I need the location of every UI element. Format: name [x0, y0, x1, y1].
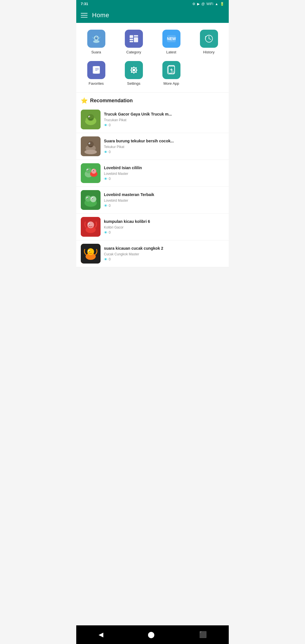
svg-rect-11	[134, 37, 138, 42]
menu-item-settings[interactable]: Settings	[116, 59, 151, 88]
svg-rect-7	[130, 35, 133, 38]
svg-point-41	[89, 117, 90, 118]
list-item[interactable]: kumpulan kicau kolibri 6 Kolibri Gacor 👁…	[76, 214, 229, 240]
svg-point-46	[90, 143, 90, 144]
item-thumbnail	[81, 163, 101, 183]
svg-rect-26	[133, 67, 134, 68]
svg-point-69	[89, 224, 90, 225]
item-stats: 👁 0	[104, 150, 224, 154]
suara-icon	[87, 30, 105, 48]
item-views: 0	[109, 177, 111, 181]
app-bar-title: Home	[92, 12, 109, 19]
item-title: Suara burung tekukur bersih cocok...	[104, 138, 224, 143]
item-title: Lovebird Isian cililin	[104, 165, 224, 170]
svg-rect-9	[130, 41, 133, 42]
menu-item-latest[interactable]: NEW Latest	[154, 27, 189, 56]
item-views: 0	[109, 257, 111, 261]
category-icon	[125, 30, 143, 48]
item-title: Lovebird masteran Terbaik	[104, 192, 224, 197]
svg-point-6	[97, 37, 98, 38]
eye-icon: 👁	[104, 150, 108, 154]
svg-point-24	[132, 69, 135, 71]
item-stats: 👁 0	[104, 257, 224, 262]
menu-item-history[interactable]: History	[191, 27, 226, 56]
menu-item-moreapp[interactable]: More App	[154, 59, 189, 88]
latest-icon: NEW	[162, 30, 180, 48]
svg-point-60	[90, 196, 96, 202]
svg-point-62	[87, 198, 88, 199]
svg-rect-8	[130, 39, 133, 40]
list-item[interactable]: Trucuk Gacor Gaya Unik Trucuk m... Trucu…	[76, 106, 229, 133]
svg-point-52	[88, 170, 88, 171]
recent-button[interactable]: ⬛	[193, 629, 212, 641]
item-thumbnail	[81, 217, 101, 237]
eye-icon: 👁	[104, 257, 108, 262]
svg-point-39	[87, 114, 94, 121]
list-item[interactable]: Suara burung tekukur bersih cocok... Tek…	[76, 133, 229, 160]
item-views: 0	[109, 150, 111, 154]
item-subtitle: Lovebird Master	[104, 199, 224, 203]
svg-line-16	[209, 39, 211, 40]
status-icons: ⚙ ▶ @ WiFi ▲ 🔋	[192, 2, 224, 6]
app-bar: Home	[76, 8, 229, 23]
bottom-navigation: ◀ ⬤ ⬛	[76, 625, 229, 644]
item-subtitle: Tekukur Pikat	[104, 145, 224, 149]
item-info: Lovebird masteran Terbaik Lovebird Maste…	[104, 192, 224, 208]
recommendation-title: Recommendation	[90, 98, 133, 104]
menu-grid-row2: Favorites Settings	[76, 59, 229, 92]
moreapp-label: More App	[164, 81, 179, 86]
menu-item-suara[interactable]: Suara	[79, 27, 114, 56]
item-views: 0	[109, 204, 111, 208]
home-button[interactable]: ⬤	[142, 629, 160, 641]
signal-icon: ▲	[215, 2, 218, 6]
svg-point-72	[87, 248, 94, 255]
svg-point-67	[87, 221, 94, 228]
svg-point-74	[89, 251, 90, 252]
list-item[interactable]: suara kicauan cucak cungkok 2 Cucak Cung…	[76, 240, 229, 267]
menu-grid-row1: Suara Category NEW Latest	[76, 23, 229, 59]
category-label: Category	[126, 50, 141, 54]
menu-item-favorites[interactable]: Favorites	[79, 59, 114, 88]
eye-icon: 👁	[104, 177, 108, 181]
item-title: kumpulan kicau kolibri 6	[104, 219, 224, 224]
battery-icon: 🔋	[220, 2, 224, 6]
svg-rect-10	[134, 35, 138, 37]
suara-label: Suara	[91, 50, 101, 54]
eye-icon: 👁	[104, 204, 108, 208]
svg-point-56	[93, 170, 94, 171]
media-status-icon: ▶	[197, 2, 200, 6]
menu-item-category[interactable]: Category	[116, 27, 151, 56]
svg-point-5	[95, 37, 95, 38]
recommendation-list: Trucuk Gacor Gaya Unik Trucuk m... Trucu…	[76, 106, 229, 267]
item-thumbnail	[81, 110, 101, 129]
svg-rect-20	[94, 66, 100, 73]
status-time: 7:31	[81, 2, 88, 6]
item-thumbnail	[81, 190, 101, 210]
svg-rect-27	[133, 72, 134, 74]
item-subtitle: Cucak Cungkok Master	[104, 252, 224, 256]
status-bar: 7:31 ⚙ ▶ @ WiFi ▲ 🔋	[76, 0, 229, 8]
svg-point-64	[92, 198, 93, 199]
item-stats: 👁 0	[104, 204, 224, 208]
history-label: History	[203, 50, 214, 54]
eye-icon: 👁	[104, 123, 108, 127]
favorites-label: Favorites	[89, 81, 104, 86]
item-views: 0	[109, 123, 111, 127]
list-item[interactable]: Lovebird masteran Terbaik Lovebird Maste…	[76, 187, 229, 214]
settings-status-icon: ⚙	[192, 2, 195, 6]
item-thumbnail	[81, 136, 101, 156]
item-thumbnail	[81, 244, 101, 264]
hamburger-menu-button[interactable]	[81, 13, 88, 18]
star-icon: ⭐	[81, 97, 88, 104]
item-info: Suara burung tekukur bersih cocok... Tek…	[104, 138, 224, 154]
wifi-icon: WiFi	[206, 2, 213, 6]
back-button[interactable]: ◀	[93, 629, 109, 641]
at-status-icon: @	[201, 2, 205, 6]
item-info: Trucuk Gacor Gaya Unik Trucuk m... Trucu…	[104, 112, 224, 127]
menu-empty-cell	[191, 59, 226, 88]
item-stats: 👁 0	[104, 123, 224, 127]
list-item[interactable]: Lovebird Isian cililin Lovebird Master 👁…	[76, 160, 229, 187]
item-views: 0	[109, 230, 111, 234]
item-info: Lovebird Isian cililin Lovebird Master 👁…	[104, 165, 224, 181]
item-info: suara kicauan cucak cungkok 2 Cucak Cung…	[104, 246, 224, 261]
